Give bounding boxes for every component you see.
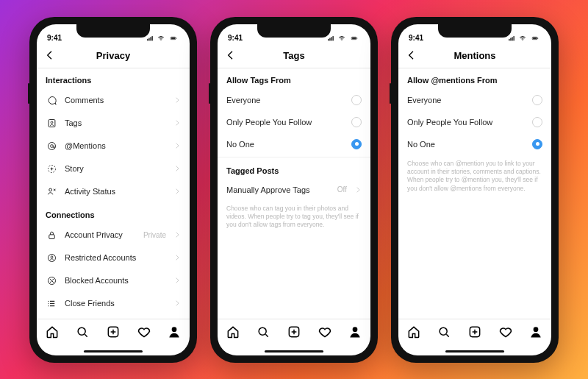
home-indicator[interactable] — [37, 348, 190, 355]
screen: 9:41 Tags Allow Tags From Everyone Only … — [218, 24, 370, 355]
row-account-privacy[interactable]: Account Privacy Private — [37, 224, 190, 247]
chevron-right-icon — [173, 188, 181, 195]
tab-home[interactable] — [406, 325, 421, 339]
row-story[interactable]: Story — [37, 157, 190, 180]
row-label: @Mentions — [65, 141, 166, 150]
row-meta: Off — [337, 185, 347, 194]
row-blocked-accounts[interactable]: Blocked Accounts — [37, 269, 190, 292]
row-activity-status[interactable]: Activity Status — [37, 180, 190, 203]
status-time: 9:41 — [228, 34, 243, 42]
row-label: Story — [65, 164, 166, 173]
back-button[interactable] — [44, 49, 56, 61]
restricted-icon — [46, 252, 57, 263]
row-manually-approve[interactable]: Manually Approve Tags Off — [218, 180, 370, 200]
row-label: Restricted Accounts — [65, 253, 166, 262]
tab-search[interactable] — [437, 325, 451, 339]
row-comments[interactable]: Comments — [37, 89, 190, 112]
row-label: Manually Approve Tags — [226, 185, 330, 194]
chevron-right-icon — [173, 231, 181, 238]
home-indicator[interactable] — [218, 348, 370, 355]
radio-icon — [532, 95, 542, 105]
page-title: Mentions — [453, 50, 495, 61]
tab-search[interactable] — [75, 325, 90, 339]
activity-icon — [46, 186, 57, 197]
screen: 9:41 Privacy Interactions Comments Tags — [37, 24, 190, 355]
row-label: Account Privacy — [65, 230, 136, 239]
row-label: Comments — [65, 96, 166, 105]
nav-header: Privacy — [37, 43, 190, 68]
back-button[interactable] — [225, 49, 237, 61]
row-tags[interactable]: Tags — [37, 112, 190, 135]
divider — [218, 157, 370, 157]
radio-row-followers[interactable]: Only People You Follow — [218, 111, 370, 133]
radio-row-no-one[interactable]: No One — [218, 133, 370, 155]
tab-home[interactable] — [45, 325, 60, 339]
radio-icon-selected — [351, 139, 362, 149]
radio-icon-selected — [532, 139, 542, 149]
section-header-interactions: Interactions — [37, 68, 190, 89]
notch — [257, 24, 331, 38]
tab-home[interactable] — [226, 325, 240, 339]
wifi-icon — [157, 35, 165, 42]
content: Allow Tags From Everyone Only People You… — [218, 68, 370, 319]
battery-icon — [529, 35, 541, 42]
status-time: 9:41 — [47, 34, 62, 42]
tab-bar — [37, 319, 190, 348]
story-icon — [46, 163, 57, 174]
row-label: Blocked Accounts — [65, 276, 166, 285]
tab-search[interactable] — [256, 325, 270, 339]
chevron-right-icon — [173, 119, 181, 127]
radio-row-everyone[interactable]: Everyone — [398, 89, 551, 111]
row-mentions[interactable]: @Mentions — [37, 135, 190, 157]
battery-icon — [348, 35, 360, 42]
tab-profile[interactable] — [167, 325, 182, 339]
radio-label: Only People You Follow — [226, 118, 344, 127]
chevron-right-icon — [173, 165, 181, 172]
helper-text: Choose who can @mention you to link to y… — [398, 155, 551, 194]
tag-icon — [46, 118, 57, 129]
tab-add[interactable] — [467, 325, 482, 339]
signal-icon — [326, 35, 335, 42]
wifi-icon — [518, 35, 527, 42]
row-label: Activity Status — [65, 187, 166, 196]
tab-bar — [218, 319, 370, 348]
row-label: Close Friends — [65, 299, 166, 308]
chevron-right-icon — [173, 300, 181, 307]
section-header-tagged-posts: Tagged Posts — [218, 159, 370, 180]
chevron-right-icon — [173, 142, 181, 149]
radio-row-everyone[interactable]: Everyone — [218, 89, 370, 111]
screen: 9:41 Mentions Allow @mentions From Every… — [398, 24, 551, 355]
back-button[interactable] — [406, 49, 417, 61]
tab-add[interactable] — [106, 325, 121, 339]
radio-row-no-one[interactable]: No One — [398, 133, 551, 155]
chevron-right-icon — [173, 254, 181, 261]
radio-icon — [351, 95, 362, 105]
tab-profile[interactable] — [348, 325, 362, 339]
tab-activity[interactable] — [498, 325, 513, 339]
tab-activity[interactable] — [318, 325, 332, 339]
radio-label: Everyone — [407, 96, 525, 105]
status-right — [326, 35, 360, 42]
nav-header: Mentions — [398, 43, 551, 68]
mention-icon — [46, 141, 57, 152]
tab-profile[interactable] — [528, 325, 543, 339]
status-right — [507, 35, 541, 42]
home-indicator[interactable] — [398, 348, 551, 355]
section-header-allow-tags: Allow Tags From — [218, 68, 370, 89]
content: Interactions Comments Tags @Mentions Sto… — [37, 68, 190, 319]
section-header-allow-mentions: Allow @mentions From — [398, 68, 551, 89]
chevron-right-icon — [173, 277, 181, 284]
notch — [438, 24, 512, 38]
row-restricted-accounts[interactable]: Restricted Accounts — [37, 247, 190, 269]
status-right — [146, 35, 179, 42]
block-icon — [46, 275, 57, 286]
radio-icon — [351, 117, 362, 127]
radio-row-followers[interactable]: Only People You Follow — [398, 111, 551, 133]
row-close-friends[interactable]: Close Friends — [37, 292, 190, 315]
tab-add[interactable] — [287, 325, 301, 339]
phone-tags: 9:41 Tags Allow Tags From Everyone Only … — [210, 17, 378, 363]
phone-privacy: 9:41 Privacy Interactions Comments Tags — [29, 17, 197, 363]
section-header-connections: Connections — [37, 203, 190, 224]
list-icon — [46, 298, 57, 309]
tab-activity[interactable] — [137, 325, 151, 339]
